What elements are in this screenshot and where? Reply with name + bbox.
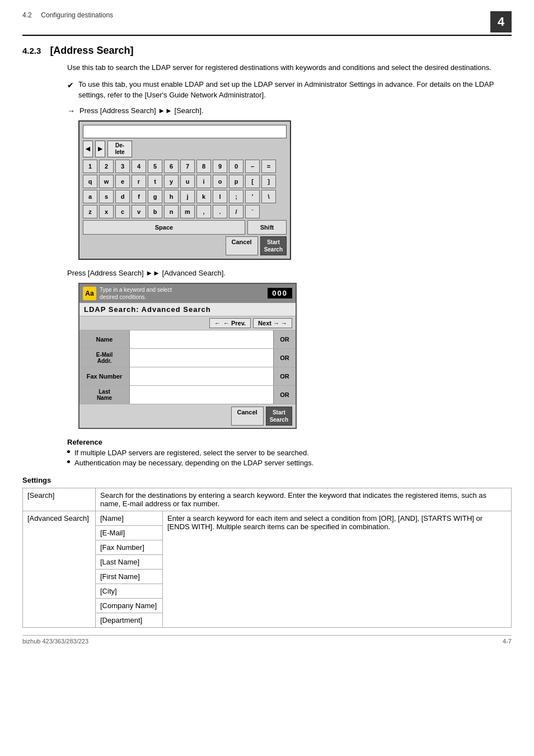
key-u[interactable]: u bbox=[180, 175, 195, 188]
key-w[interactable]: w bbox=[99, 175, 114, 188]
key-a[interactable]: a bbox=[83, 190, 97, 203]
settings-section: Settings [Search] Search for the destina… bbox=[22, 476, 512, 628]
key-m[interactable]: m bbox=[180, 205, 195, 218]
keyboard-start-search-btn[interactable]: StartSearch bbox=[260, 236, 287, 255]
key-z[interactable]: z bbox=[83, 205, 97, 218]
key-p[interactable]: p bbox=[229, 175, 243, 188]
key-o[interactable]: o bbox=[213, 175, 227, 188]
keyboard-forward-btn[interactable]: ▶ bbox=[95, 141, 105, 157]
key-r[interactable]: r bbox=[132, 175, 146, 188]
ref-bullet-1: If multiple LDAP servers are registered,… bbox=[67, 449, 512, 457]
keyboard-text-field[interactable] bbox=[83, 125, 287, 138]
key-8[interactable]: 8 bbox=[196, 160, 211, 173]
key-q[interactable]: q bbox=[83, 175, 97, 188]
adv-start-search-btn[interactable]: StartSearch bbox=[266, 407, 292, 426]
adv-input-email[interactable] bbox=[130, 349, 273, 367]
key-5[interactable]: 5 bbox=[148, 160, 162, 173]
key-slash[interactable]: / bbox=[229, 205, 243, 218]
key-9[interactable]: 9 bbox=[213, 160, 227, 173]
key-2[interactable]: 2 bbox=[99, 160, 114, 173]
ref-bullet-2: Authentication may be necessary, dependi… bbox=[67, 459, 512, 467]
key-t[interactable]: t bbox=[148, 175, 162, 188]
keyboard-row-qwerty: q w e r t y u i o p [ ] bbox=[83, 175, 287, 188]
adv-cond-email[interactable]: OR bbox=[273, 349, 296, 367]
key-n[interactable]: n bbox=[164, 205, 179, 218]
bullet-arrow-text: Press [Address Search] ►► [Search]. bbox=[79, 105, 204, 116]
settings-advanced-desc: Enter a search keyword for each item and… bbox=[163, 511, 512, 627]
key-backslash[interactable]: \ bbox=[261, 190, 276, 203]
key-g[interactable]: g bbox=[148, 190, 162, 203]
next-arrow-icon: → bbox=[281, 320, 287, 326]
adv-cond-lastname[interactable]: OR bbox=[273, 386, 296, 404]
adv-next-btn[interactable]: Next → → bbox=[253, 318, 292, 328]
section-title: [Address Search] bbox=[50, 45, 133, 57]
key-backtick[interactable]: ` bbox=[245, 205, 260, 218]
key-c[interactable]: c bbox=[115, 205, 130, 218]
settings-sub-email: [E-Mail] bbox=[96, 525, 163, 540]
key-1[interactable]: 1 bbox=[83, 160, 97, 173]
key-dash[interactable]: – bbox=[245, 160, 260, 173]
keyboard-action-row: Cancel StartSearch bbox=[83, 236, 287, 255]
keyboard-space-btn[interactable]: Space bbox=[83, 220, 245, 235]
adv-field-lastname: LastName OR bbox=[79, 386, 296, 404]
settings-search-desc: Search for the destinations by entering … bbox=[96, 488, 512, 511]
next-label: Next → bbox=[258, 320, 279, 326]
key-3[interactable]: 3 bbox=[115, 160, 130, 173]
section-title-row: 4.2.3 [Address Search] bbox=[22, 45, 512, 57]
key-l[interactable]: l bbox=[213, 190, 227, 203]
key-y[interactable]: y bbox=[164, 175, 179, 188]
key-rbracket[interactable]: ] bbox=[261, 175, 276, 188]
adv-prev-btn[interactable]: ← ← Prev. bbox=[209, 318, 251, 328]
keyboard-delete-btn[interactable]: De-lete bbox=[107, 141, 132, 157]
settings-sub-city: [City] bbox=[96, 584, 163, 598]
bullet-check-text: To use this tab, you must enable LDAP an… bbox=[78, 79, 512, 101]
adv-cancel-btn[interactable]: Cancel bbox=[231, 407, 264, 426]
key-7[interactable]: 7 bbox=[180, 160, 195, 173]
press-advanced-instruction: Press [Address Search] ►► [Advanced Sear… bbox=[67, 269, 512, 277]
key-f[interactable]: f bbox=[132, 190, 146, 203]
keyboard-bottom-row: Space Shift bbox=[83, 220, 287, 235]
key-0[interactable]: 0 bbox=[229, 160, 243, 173]
header-section-label: 4.2 Configuring destinations bbox=[22, 11, 113, 19]
settings-sub-company: [Company Name] bbox=[96, 598, 163, 613]
key-equals[interactable]: = bbox=[261, 160, 276, 173]
adv-label-name: Name bbox=[79, 330, 130, 348]
key-v[interactable]: v bbox=[132, 205, 146, 218]
adv-label-email: E-MailAddr. bbox=[79, 349, 130, 367]
adv-input-fax[interactable] bbox=[130, 367, 273, 385]
keyboard-back-btn[interactable]: ◀ bbox=[83, 141, 93, 157]
key-h[interactable]: h bbox=[164, 190, 179, 203]
key-d[interactable]: d bbox=[115, 190, 130, 203]
reference-title: Reference bbox=[67, 438, 512, 446]
key-k[interactable]: k bbox=[196, 190, 211, 203]
key-s[interactable]: s bbox=[99, 190, 114, 203]
key-comma[interactable]: , bbox=[196, 205, 211, 218]
bullet-arrow-item: → Press [Address Search] ►► [Search]. bbox=[67, 105, 512, 117]
adv-cond-name[interactable]: OR bbox=[273, 330, 296, 348]
key-6[interactable]: 6 bbox=[164, 160, 179, 173]
key-i[interactable]: i bbox=[196, 175, 211, 188]
key-quote[interactable]: ' bbox=[245, 190, 260, 203]
prev-arrow-icon: ← bbox=[214, 320, 221, 326]
settings-table: [Search] Search for the destinations by … bbox=[22, 488, 512, 628]
adv-cond-fax[interactable]: OR bbox=[273, 367, 296, 385]
key-semicolon[interactable]: ; bbox=[229, 190, 243, 203]
settings-advanced-label: [Advanced Search] bbox=[23, 511, 96, 627]
settings-sub-dept: [Department] bbox=[96, 613, 163, 627]
adv-input-lastname[interactable] bbox=[130, 386, 273, 404]
adv-input-name[interactable] bbox=[130, 330, 273, 348]
key-e[interactable]: e bbox=[115, 175, 130, 188]
ref-dot-1 bbox=[67, 450, 70, 453]
key-4[interactable]: 4 bbox=[132, 160, 146, 173]
key-j[interactable]: j bbox=[180, 190, 195, 203]
keyboard-shift-btn[interactable]: Shift bbox=[247, 220, 287, 235]
key-x[interactable]: x bbox=[99, 205, 114, 218]
adv-icon: Aa bbox=[83, 287, 96, 300]
key-period[interactable]: . bbox=[213, 205, 227, 218]
settings-sub-name: [Name] bbox=[96, 511, 163, 525]
key-lbracket[interactable]: [ bbox=[245, 175, 260, 188]
check-symbol: ✔ bbox=[67, 80, 74, 91]
reference-section: Reference If multiple LDAP servers are r… bbox=[67, 438, 512, 467]
keyboard-cancel-btn[interactable]: Cancel bbox=[226, 236, 258, 255]
key-b[interactable]: b bbox=[148, 205, 162, 218]
